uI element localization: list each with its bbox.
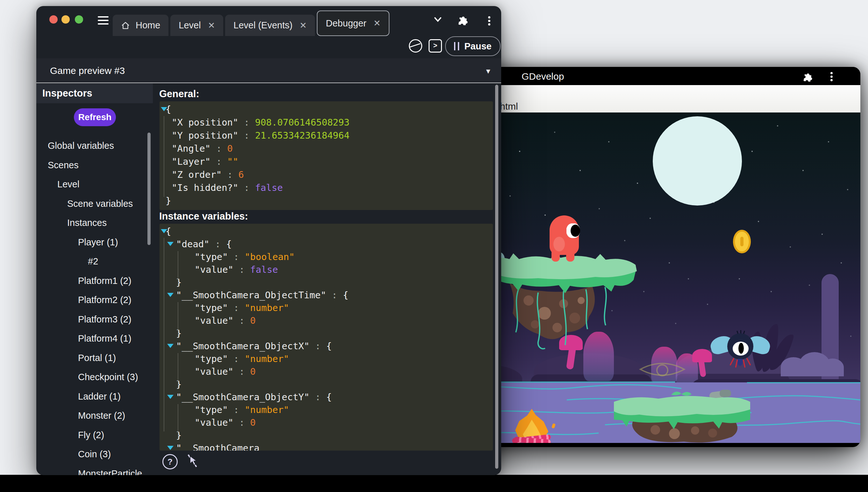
spark (552, 423, 556, 428)
expander-triangle-icon[interactable] (167, 293, 174, 297)
sidebar-item-player-1-[interactable]: Player (1) (78, 237, 118, 248)
floating-island-2 (614, 389, 751, 443)
json-row: } (160, 429, 493, 442)
sidebar-item-scene-variables[interactable]: Scene variables (67, 198, 133, 210)
game-address-text: html (500, 101, 518, 112)
expander-triangle-icon[interactable] (167, 446, 174, 450)
bush (821, 359, 844, 376)
json-row: "value" : 0 (160, 416, 493, 429)
player-pupil (571, 225, 580, 237)
sidebar-scrollbar[interactable] (148, 132, 151, 245)
general-json-block: {"X position" : 908.0706146508293"Y posi… (160, 101, 493, 210)
expander-triangle-icon[interactable] (167, 344, 174, 348)
json-row: "__SmoothCamera_ObjectTime" : { (160, 289, 493, 301)
help-icon[interactable]: ? (162, 454, 178, 469)
json-row: "type" : "boolean" (160, 250, 493, 263)
general-section-title: General: (159, 88, 199, 100)
fly-tail (737, 359, 742, 366)
tab-bar: HomeLevel✕Level (Events)✕Debugger✕ (113, 10, 389, 36)
json-row: "Y position" : 21.65334236184964 (160, 129, 493, 142)
game-window-menu-kebab-icon[interactable] (831, 71, 833, 81)
tab-close-icon[interactable]: ✕ (207, 20, 215, 31)
screen-bottom-letterbox (0, 475, 868, 492)
debugger-window: HomeLevel✕Level (Events)✕Debugger✕ > Pau… (36, 6, 501, 475)
instance-variables-json-block: {"dead" : {"type" : "boolean""value" : f… (160, 224, 493, 450)
json-row: "value" : 0 (160, 365, 493, 378)
expander-triangle-icon[interactable] (161, 107, 167, 111)
player-eyelid (567, 228, 570, 233)
expander-triangle-icon[interactable] (167, 395, 174, 399)
expander-triangle-icon[interactable] (161, 229, 167, 233)
json-row: } (160, 194, 493, 207)
inspector-tree: Global variablesScenesLevelScene variabl… (36, 6, 153, 475)
content-scrollbar[interactable] (495, 85, 498, 469)
tab-close-icon[interactable]: ✕ (372, 18, 381, 28)
expander-triangle-icon[interactable] (167, 242, 174, 246)
json-row: { (160, 103, 493, 116)
json-row: "__SmoothCamera_ (160, 442, 493, 450)
fly-monster (710, 333, 770, 371)
pause-icon (454, 42, 459, 50)
json-row: } (160, 327, 493, 340)
json-row: "value" : 0 (160, 314, 493, 327)
json-row: "type" : "number" (160, 403, 493, 416)
json-row: "Layer" : "" (160, 155, 493, 168)
json-row: "__SmoothCamera_ObjectX" : { (160, 340, 493, 352)
mushroom-cap (692, 349, 712, 362)
json-row: "Angle" : 0 (160, 142, 493, 155)
json-row: "Is hidden?" : false (160, 181, 493, 194)
game-address-bar: html (471, 85, 860, 113)
json-row: } (160, 276, 493, 289)
moon (653, 116, 742, 205)
player-belly (553, 237, 565, 251)
tab-label: Level (179, 20, 201, 31)
tab-level-events-[interactable]: Level (Events)✕ (225, 15, 315, 36)
tab-label: Level (Events) (233, 20, 292, 31)
sidebar-item--2[interactable]: #2 (88, 256, 98, 267)
sidebar-item-instances[interactable]: Instances (67, 218, 107, 228)
sidebar-item-monster-2-[interactable]: Monster (2) (78, 411, 125, 421)
disable-cursor-picker-icon[interactable] (186, 453, 200, 468)
extensions-puzzle-icon[interactable] (803, 71, 813, 81)
sidebar-item-monsterparticle[interactable]: MonsterParticle (78, 468, 142, 475)
sidebar-item-checkpoint-3-[interactable]: Checkpoint (3) (78, 372, 138, 383)
game-canvas[interactable] (471, 113, 860, 443)
tab-level[interactable]: Level✕ (170, 15, 223, 36)
game-window-titlebar: GDevelop (471, 67, 860, 85)
instance-variables-section-title: Instance variables: (159, 211, 248, 222)
game-window-title: GDevelop (522, 71, 564, 82)
tab-label: Debugger (326, 18, 366, 29)
tab-debugger[interactable]: Debugger✕ (317, 10, 389, 36)
sidebar-item-fly-2-[interactable]: Fly (2) (78, 430, 104, 441)
sidebar-item-scenes[interactable]: Scenes (48, 160, 79, 171)
tab-close-icon[interactable]: ✕ (298, 20, 307, 31)
json-row: "value" : false (160, 263, 493, 276)
extensions-puzzle-icon[interactable] (457, 14, 469, 25)
sidebar-item-platform1-2-[interactable]: Platform1 (2) (78, 276, 132, 287)
campfire (512, 409, 557, 443)
json-row: } (160, 378, 493, 391)
pause-button[interactable]: Pause (445, 36, 501, 56)
coin (733, 230, 751, 253)
game-preview-window: GDevelop html (471, 67, 860, 447)
sidebar-item-global-variables[interactable]: Global variables (48, 141, 114, 151)
json-row: "Z order" : 6 (160, 168, 493, 181)
console-icon[interactable]: > (428, 39, 442, 53)
sidebar-item-level[interactable]: Level (57, 179, 79, 190)
json-row: { (160, 225, 493, 238)
window-menu-kebab-icon[interactable] (488, 15, 490, 27)
fly-pupil (738, 343, 744, 354)
sidebar-item-platform3-2-[interactable]: Platform3 (2) (78, 314, 132, 325)
sidebar-item-portal-1-[interactable]: Portal (1) (78, 353, 116, 364)
chevron-down-icon[interactable] (432, 16, 444, 24)
sidebar-item-coin-3-[interactable]: Coin (3) (78, 449, 111, 460)
json-row: "__SmoothCamera_ObjectY" : { (160, 391, 493, 403)
performance-profiler-icon[interactable] (409, 39, 422, 53)
json-row: "X position" : 908.0706146508293 (160, 116, 493, 129)
sidebar-item-platform4-1-[interactable]: Platform4 (1) (78, 333, 132, 344)
pause-label: Pause (464, 41, 491, 52)
dropdown-caret-icon: ▼ (484, 67, 492, 75)
sidebar-item-platform2-2-[interactable]: Platform2 (2) (78, 295, 132, 305)
sidebar-item-ladder-1-[interactable]: Ladder (1) (78, 391, 121, 402)
json-row: "type" : "number" (160, 352, 493, 365)
